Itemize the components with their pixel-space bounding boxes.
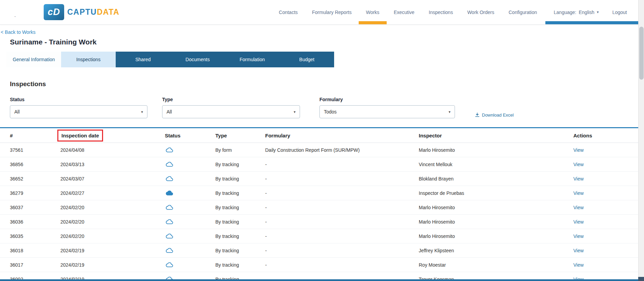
tab-label: General Information [13,57,55,62]
inspection-type-cell: By tracking [215,162,265,167]
view-link[interactable]: View [573,233,584,239]
table-row: 36036 2024/02/20 By tracking - Marlo Hir… [0,215,644,229]
cloud-outline-icon [165,247,174,254]
column-header-inspection-date-label: Inspection date [61,133,99,138]
nav-item-inspections[interactable]: Inspections [421,0,460,24]
type-filter-select[interactable]: All ▾ [162,105,300,118]
cloud-outline-icon [165,175,174,182]
scrollbar-thumb[interactable] [639,27,644,80]
top-navigation-bar: - cD CAPTUDATA Contacts Formulary Report… [0,0,644,25]
back-to-works-link[interactable]: < Back to Works [1,29,35,35]
view-link[interactable]: View [573,219,584,225]
inspection-status-cell [165,204,215,211]
tab-documents[interactable]: Documents [170,52,225,67]
view-link[interactable]: View [573,262,584,268]
inspection-date-cell: 2024/02/19 [60,248,165,253]
brand-icon: cD [44,4,64,20]
type-filter: Type All ▾ [162,97,300,118]
tab-label: Inspections [76,57,101,62]
language-selector[interactable]: Language: English ▾ [544,0,606,24]
table-row: 36856 2024/03/13 By tracking - Vincent M… [0,157,644,172]
inspection-id-cell: 36279 [10,190,60,196]
nav-item-contacts[interactable]: Contacts [272,0,305,24]
table-body: 37561 2024/04/08 By form Daily Construct… [0,143,644,281]
cloud-filled-icon [165,189,174,197]
inspection-date-cell: 2024/04/08 [60,147,165,153]
chevron-down-icon: ▾ [294,110,296,114]
column-header-actions: Actions [573,133,634,138]
nav-item-work-orders[interactable]: Work Orders [460,0,501,24]
view-link[interactable]: View [573,176,584,182]
dash-mark: - [14,14,16,19]
view-link[interactable]: View [573,190,584,196]
column-header-number[interactable]: # [10,133,60,138]
formulary-cell: - [265,162,419,167]
nav-item-configuration[interactable]: Configuration [501,0,544,24]
cloud-outline-icon [165,204,174,211]
brand-logo[interactable]: cD CAPTUDATA [44,0,119,24]
inspection-id-cell: 36035 [10,233,60,239]
inspection-type-cell: By tracking [215,262,265,268]
status-filter-select[interactable]: All ▾ [10,105,147,118]
column-header-type[interactable]: Type [215,133,265,138]
inspection-id-cell: 36036 [10,219,60,225]
download-icon [475,112,480,118]
inspector-cell: Jeffrey Klipsteen [419,248,573,253]
brand-name: CAPTUDATA [67,8,119,17]
inspector-cell: Roy Moestar [419,262,573,268]
chevron-down-icon: ▾ [597,10,599,14]
view-link[interactable]: View [573,162,584,167]
status-filter: Status All ▾ [10,97,147,118]
inspection-status-cell [165,175,215,182]
tab-label: Documents [186,57,210,62]
section-title: Inspections [10,80,644,88]
inspection-date-cell: 2024/02/20 [60,233,165,239]
nav-item-label: Executive [394,10,415,15]
column-header-formulary[interactable]: Formulary [265,133,419,138]
inspection-date-cell: 2024/02/20 [60,219,165,225]
nav-item-executive[interactable]: Executive [387,0,422,24]
logout-button[interactable]: Logout [605,0,634,24]
nav-item-label: Contacts [279,10,298,15]
inspection-type-cell: By tracking [215,248,265,253]
inspections-table: # Inspection date Status Type Formulary … [0,127,644,281]
column-header-inspection-date[interactable]: Inspection date [60,130,165,142]
cloud-outline-icon [165,232,174,240]
column-header-inspector[interactable]: Inspector [419,133,573,138]
formulary-filter-select[interactable]: Todos ▾ [319,105,455,118]
formulary-cell: - [265,190,419,196]
tab-shared[interactable]: Shared [116,52,170,67]
chevron-down-icon: ▾ [448,110,450,114]
status-filter-label: Status [10,97,147,102]
inspection-id-cell: 36018 [10,248,60,253]
page-scrollbar[interactable] [638,0,644,281]
view-link[interactable]: View [573,248,584,253]
language-value: English [579,10,595,15]
formulary-cell: Daily Construction Report Form (SUR/MPW) [265,147,419,153]
captudata-app: - cD CAPTUDATA Contacts Formulary Report… [0,0,644,281]
inspector-cell: Marlo Hirosemito [419,205,573,210]
nav-item-formulary-reports[interactable]: Formulary Reports [305,0,359,24]
tab-budget[interactable]: Budget [280,52,334,67]
filters-row: Status All ▾ Type All ▾ Formulary Todos … [10,97,644,118]
column-header-status[interactable]: Status [165,133,215,138]
view-link[interactable]: View [573,205,584,210]
inspection-id-cell: 36856 [10,162,60,167]
nav-item-works[interactable]: Works [359,0,386,24]
formulary-cell: - [265,176,419,182]
tab-inspections[interactable]: Inspections [61,52,116,67]
tab-bar: General Information Inspections Shared D… [6,52,644,67]
formulary-cell: - [265,233,419,239]
page-title: Suriname - Training Work [10,38,644,46]
view-link[interactable]: View [573,147,584,153]
tab-label: Budget [299,57,314,62]
inspector-cell: Marlo Hirosemito [419,219,573,225]
tab-formulation[interactable]: Formulation [225,52,280,67]
inspection-type-cell: By tracking [215,219,265,225]
brand-name-primary: CAPTU [67,8,97,16]
tab-general-information[interactable]: General Information [6,52,61,67]
inspection-date-cell: 2024/03/13 [60,162,165,167]
annotation-red-box: Inspection date [57,130,103,142]
table-row: 37561 2024/04/08 By form Daily Construct… [0,143,644,157]
download-excel-link[interactable]: Download Excel [475,112,514,118]
